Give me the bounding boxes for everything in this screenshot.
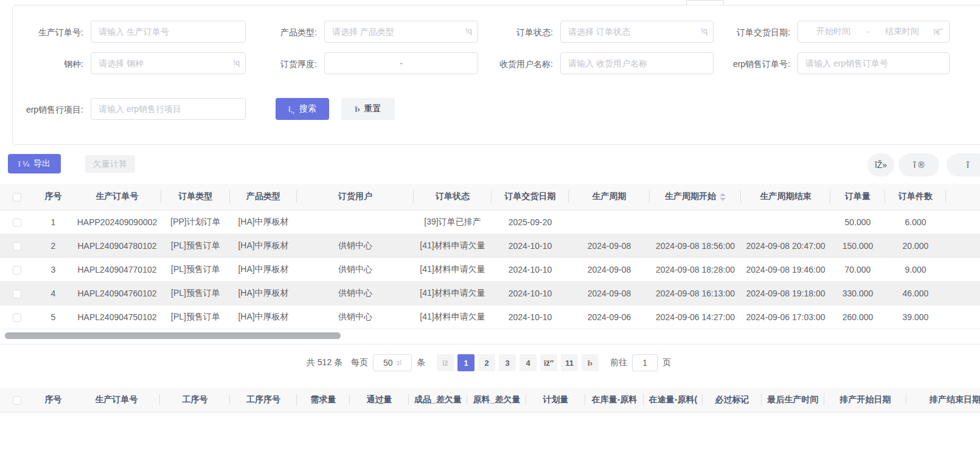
goto-page-input[interactable] <box>632 354 658 371</box>
field-erp-sales-order-no: erp销售订单号: <box>718 52 950 74</box>
scrollbar-thumb[interactable] <box>5 332 341 339</box>
table-row[interactable]: 3HAPL240904770102[PL]预售订单[HA]中厚板材供销中心[41… <box>0 257 980 281</box>
search-button[interactable]: î‚¸ 搜索 <box>276 98 329 120</box>
table-cell: [41]材料申请欠量 <box>414 281 492 305</box>
pagination-page-1[interactable]: 1 <box>457 354 474 371</box>
field-receiver-name: 收货用户名称: <box>484 52 714 74</box>
table-cell: HAPL240904760102 <box>73 281 161 305</box>
header-label: 需求量 <box>311 394 336 404</box>
field-label: 订单状态: <box>484 21 560 43</box>
search-button-label: 搜索 <box>299 103 316 114</box>
table-cell: [HA]中厚板材 <box>230 234 297 257</box>
header-cell: 必过标记 <box>703 388 762 412</box>
toolbar-icon-button-2[interactable]: î ® <box>898 153 939 177</box>
header-label: 工序号 <box>182 394 208 404</box>
table-row[interactable]: 2HAPL240904780102[PL]预售订单[HA]中厚板材供销中心[41… <box>0 234 980 257</box>
header-cell: 生产订单号 <box>73 184 161 210</box>
row-checkbox[interactable] <box>13 242 21 251</box>
header-label: 序号 <box>45 191 62 201</box>
table-row[interactable]: 5HAPL240904750102[PL]预售订单[HA]中厚板材供销中心[41… <box>0 305 980 329</box>
table-cell: 供销中心 <box>297 305 414 329</box>
horizontal-scrollbar <box>0 332 980 340</box>
table-cell: HAPL240904780102 <box>73 234 161 257</box>
production-orders-page: 生产订单号: 产品类型: ǃɋ 订单状态: ǃɋ 订单交货日期: 开始时间 - <box>0 0 980 465</box>
page-size-select[interactable]: 50 ɜǀ <box>373 354 412 371</box>
pagination-next-button[interactable]: î› <box>582 354 599 371</box>
pagination-page-4[interactable]: 4 <box>520 354 537 371</box>
pagination-more-button[interactable]: îž″ <box>540 354 557 371</box>
download-icon: î ¼ <box>18 159 29 169</box>
table-cell: HAPL240904770102 <box>73 257 161 281</box>
header-label: 订货用户 <box>338 191 372 201</box>
header-row: 序号生产订单号工序号工序序号需求量通过量成品_差欠量原料_差欠量计划量在库量-原… <box>0 388 980 412</box>
header-label: 生产周期开始 <box>665 191 716 201</box>
pagination-page-11[interactable]: 11 <box>561 354 578 371</box>
pagination: 共 512 条 每页 50 ɜǀ 条 îž1234îž″11î› 前往 页 <box>0 353 980 372</box>
header-cell: 排产结束日期 <box>906 388 980 412</box>
pagination-prev-button[interactable]: îž <box>437 354 454 371</box>
table-cell: [PL]预售订单 <box>161 305 230 329</box>
steel-grade-select[interactable] <box>91 52 246 74</box>
sort-caret-icon[interactable] <box>720 193 726 201</box>
row-checkbox[interactable] <box>13 266 21 274</box>
table-cell: 2024-10-10 <box>492 305 569 329</box>
select-all-checkbox[interactable] <box>13 193 21 201</box>
header-cell: 生产订单号 <box>73 388 160 412</box>
erp-sales-order-no-input[interactable] <box>798 52 950 74</box>
field-order-thickness: 订货厚度: - <box>250 52 478 74</box>
table-cell: 2024-09-08 <box>569 281 650 305</box>
header-cell: 订单件数 <box>885 184 946 210</box>
shortage-calc-label: 欠量计算 <box>93 159 127 170</box>
chevron-down-icon: ɜǀ <box>397 358 402 367</box>
row-checkbox[interactable] <box>13 290 21 298</box>
table-row[interactable]: 1HAPP202409090002[PP]计划订单[HA]中厚板材[39]订单已… <box>0 210 980 234</box>
header-row: 序号生产订单号订单类型产品类型订货用户订单状态订单交货日期生产周期生产周期开始生… <box>0 184 980 210</box>
erp-sales-line-item-input[interactable] <box>91 98 246 120</box>
header-label: 必过标记 <box>715 394 749 404</box>
field-label: 订货厚度: <box>250 52 324 74</box>
table-cell: 2024-09-08 18:28:00 <box>650 257 741 281</box>
row-checkbox[interactable] <box>13 313 21 322</box>
table-cell: 2024-09-06 14:27:00 <box>650 305 741 329</box>
row-checkbox[interactable] <box>13 219 21 227</box>
header-cell: 生产周期结束 <box>741 184 830 210</box>
table-cell: [PL]预售订单 <box>161 257 230 281</box>
field-label: 钢种: <box>13 52 91 74</box>
table-row[interactable]: 4HAPL240904760102[PL]预售订单[HA]中厚板材供销中心[41… <box>0 281 980 305</box>
header-label: 产品类型 <box>246 191 280 201</box>
header-label: 序号 <box>45 394 62 404</box>
product-type-select[interactable] <box>324 21 478 43</box>
chevron-down-icon: ǃɋ <box>701 21 707 41</box>
order-status-select[interactable] <box>560 21 714 43</box>
reset-button[interactable]: î› 重置 <box>341 98 395 120</box>
header-cell: 序号 <box>33 184 73 210</box>
delivery-date-range-picker[interactable]: 开始时间 - 结束时间 î€˜ <box>798 21 950 43</box>
column-settings-icon: î ® <box>913 160 924 170</box>
toolbar-icon-button-1[interactable]: îŽ» <box>867 153 894 177</box>
receiver-name-input[interactable] <box>560 52 714 74</box>
pagination-page-3[interactable]: 3 <box>499 354 516 371</box>
production-order-no-input[interactable] <box>91 21 246 43</box>
refresh-icon: îŽ» <box>875 160 887 170</box>
table-cell: 2024-10-10 <box>492 257 569 281</box>
shortage-calc-button[interactable]: 欠量计算 <box>85 155 135 173</box>
header-label: 在途量-原料( <box>649 394 697 404</box>
field-label: 产品类型: <box>250 21 324 43</box>
goto-unit: 页 <box>662 357 671 368</box>
table-cell: [HA]中厚板材 <box>230 210 297 234</box>
header-cell: 原料_差欠量 <box>467 388 526 412</box>
header-cell: 最后生产时间 <box>762 388 824 412</box>
orders-table-wrapper: 序号生产订单号订单类型产品类型订货用户订单状态订单交货日期生产周期生产周期开始生… <box>0 184 980 331</box>
header-label: 生产周期 <box>593 191 627 201</box>
order-thickness-range-input[interactable]: - <box>324 52 478 74</box>
select-all-checkbox[interactable] <box>13 396 21 405</box>
export-button[interactable]: î ¼ 导出 <box>8 154 61 173</box>
table-cell: 260.000 <box>830 305 885 329</box>
header-label: 订单类型 <box>179 191 213 201</box>
pagination-page-2[interactable]: 2 <box>478 354 495 371</box>
range-separator: - <box>866 27 869 37</box>
header-cell: 在途量-原料( <box>644 388 703 412</box>
toolbar-icon-button-3[interactable]: î <box>947 153 980 177</box>
filler-cell <box>946 210 980 234</box>
header-label: 订单状态 <box>436 191 470 201</box>
